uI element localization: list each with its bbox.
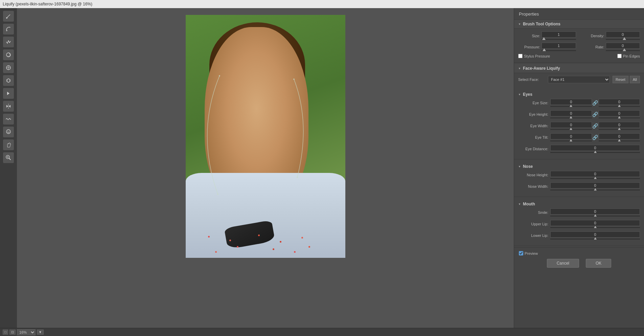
pucker-tool-btn[interactable] bbox=[3, 62, 14, 73]
eye-tilt-left-slider[interactable] bbox=[550, 140, 592, 141]
face-aware-header[interactable]: ▼ Face-Aware Liquify bbox=[514, 64, 644, 73]
brush-tool-options-content: Size: Density: Pressure: bbox=[514, 29, 644, 61]
eye-width-right-input[interactable] bbox=[599, 122, 640, 128]
reconstruct-tool-btn[interactable] bbox=[3, 24, 14, 35]
eye-tilt-right-slider[interactable] bbox=[599, 140, 640, 141]
nose-height-row: Nose Height: bbox=[518, 171, 640, 179]
eye-size-right-input[interactable] bbox=[599, 99, 640, 105]
zoom-expand-btn[interactable]: ⊡ bbox=[9, 330, 16, 335]
eye-distance-thumb bbox=[594, 151, 597, 153]
all-face-btn[interactable]: All bbox=[630, 76, 640, 83]
eye-height-left-slider[interactable] bbox=[550, 117, 592, 118]
mouth-header[interactable]: ▼ Mouth bbox=[518, 200, 640, 208]
nose-width-label: Nose Width: bbox=[518, 184, 550, 188]
nose-height-slider[interactable] bbox=[550, 178, 640, 179]
warp-tool-btn[interactable] bbox=[3, 11, 14, 22]
eye-height-link-icon[interactable]: 🔗 bbox=[592, 112, 599, 117]
size-value[interactable] bbox=[542, 31, 576, 38]
eye-height-right-input[interactable] bbox=[599, 110, 640, 116]
pressure-slider-track[interactable] bbox=[542, 50, 576, 51]
eye-size-left-group bbox=[550, 99, 592, 107]
eye-size-right-slider[interactable] bbox=[599, 106, 640, 107]
eye-tilt-row: Eye Tilt: 🔗 bbox=[518, 133, 640, 141]
smile-slider[interactable] bbox=[550, 216, 640, 217]
stylus-pressure-label: Stylus Pressure bbox=[518, 54, 550, 58]
eye-width-left-input[interactable] bbox=[550, 122, 592, 128]
lower-lip-label: Lower Lip: bbox=[518, 233, 550, 238]
density-slider-track[interactable] bbox=[606, 39, 640, 40]
mirror-tool-btn[interactable] bbox=[3, 101, 14, 112]
zoom-tool-btn[interactable] bbox=[3, 152, 14, 163]
eyes-header[interactable]: ▼ Eyes bbox=[518, 91, 640, 99]
rate-value[interactable] bbox=[606, 43, 640, 49]
eye-width-left-thumb bbox=[570, 128, 572, 130]
nose-width-group bbox=[550, 182, 640, 191]
preview-row: Preview bbox=[519, 251, 639, 255]
eye-width-link-icon[interactable]: 🔗 bbox=[592, 123, 599, 129]
eye-distance-input[interactable] bbox=[550, 145, 640, 151]
eye-tilt-right-input[interactable] bbox=[599, 133, 640, 139]
main-layout: Properties ▼ Brush Tool Options Size: De… bbox=[0, 8, 644, 328]
push-left-tool-btn[interactable] bbox=[3, 88, 14, 99]
zoom-controls: □ ⊡ 16% 25% 50% 100% ▼ bbox=[3, 329, 44, 335]
nose-width-input[interactable] bbox=[550, 182, 640, 188]
eye-tilt-link-icon[interactable]: 🔗 bbox=[592, 135, 599, 140]
preview-checkbox[interactable] bbox=[519, 251, 523, 255]
stylus-pressure-checkbox[interactable] bbox=[518, 54, 523, 58]
zoom-dropdown-btn[interactable]: ▼ bbox=[37, 330, 44, 335]
smooth-tool-btn[interactable] bbox=[3, 37, 14, 47]
size-slider-track[interactable] bbox=[542, 39, 576, 40]
face-tool-btn[interactable] bbox=[3, 127, 14, 137]
ok-button[interactable]: OK bbox=[586, 259, 611, 268]
eye-distance-row: Eye Distance: bbox=[518, 145, 640, 153]
rate-slider-track[interactable] bbox=[606, 50, 640, 51]
density-value[interactable] bbox=[606, 31, 640, 38]
action-buttons: Cancel OK bbox=[519, 259, 639, 268]
zoom-box-btn[interactable]: □ bbox=[3, 330, 8, 335]
eye-height-right-slider[interactable] bbox=[599, 117, 640, 118]
eye-tilt-right-group bbox=[599, 133, 640, 141]
nose-header[interactable]: ▼ Nose bbox=[518, 163, 640, 171]
eye-width-right-slider[interactable] bbox=[599, 129, 640, 130]
upper-lip-slider[interactable] bbox=[550, 227, 640, 228]
nose-height-thumb bbox=[594, 177, 597, 179]
turbulence-tool-btn[interactable] bbox=[3, 114, 14, 125]
lower-lip-input[interactable] bbox=[550, 231, 640, 238]
eye-distance-slider[interactable] bbox=[550, 152, 640, 153]
nose-width-row: Nose Width: bbox=[518, 182, 640, 191]
hand-tool-btn[interactable] bbox=[3, 139, 14, 150]
eye-height-left-input[interactable] bbox=[550, 110, 592, 116]
reset-face-btn[interactable]: Reset bbox=[613, 76, 628, 83]
eye-size-left-input[interactable] bbox=[550, 99, 592, 105]
pressure-value[interactable] bbox=[542, 43, 576, 49]
eye-width-left-group bbox=[550, 122, 592, 130]
brush-extra-options: Stylus Pressure Pin Edges bbox=[518, 54, 640, 58]
mouth-triangle: ▼ bbox=[518, 203, 521, 206]
pin-edges-label: Pin Edges bbox=[617, 54, 640, 58]
panel-title: Properties bbox=[514, 8, 644, 20]
cancel-button[interactable]: Cancel bbox=[547, 259, 579, 268]
upper-lip-input[interactable] bbox=[550, 220, 640, 226]
svg-line-3 bbox=[7, 41, 8, 43]
pin-edges-checkbox[interactable] bbox=[617, 54, 622, 58]
density-slider-thumb bbox=[623, 37, 626, 40]
eye-height-left-thumb bbox=[570, 116, 572, 118]
bloat-tool-btn[interactable] bbox=[3, 75, 14, 86]
density-slider-container bbox=[606, 31, 640, 40]
eye-size-left-slider[interactable] bbox=[550, 106, 592, 107]
twirl-tool-btn[interactable] bbox=[3, 49, 14, 60]
eye-width-label: Eye Width: bbox=[518, 124, 550, 128]
panel-footer: Preview Cancel OK bbox=[514, 247, 644, 271]
smile-label: Smile: bbox=[518, 210, 550, 215]
eye-tilt-left-input[interactable] bbox=[550, 133, 592, 139]
eye-width-left-slider[interactable] bbox=[550, 129, 592, 130]
nose-height-input[interactable] bbox=[550, 171, 640, 177]
nose-width-slider[interactable] bbox=[550, 189, 640, 191]
brush-tool-options-header[interactable]: ▼ Brush Tool Options bbox=[514, 20, 644, 29]
zoom-select[interactable]: 16% 25% 50% 100% bbox=[17, 329, 36, 335]
canvas-area[interactable] bbox=[17, 8, 514, 328]
eye-size-link-icon[interactable]: 🔗 bbox=[592, 100, 599, 106]
lower-lip-slider[interactable] bbox=[550, 239, 640, 240]
smile-input[interactable] bbox=[550, 208, 640, 215]
select-face-dropdown[interactable]: Face #1 bbox=[548, 76, 610, 83]
